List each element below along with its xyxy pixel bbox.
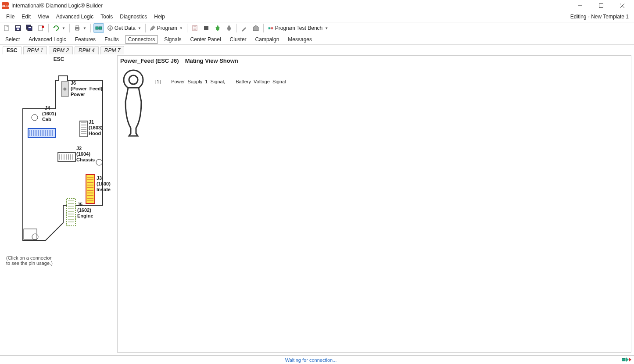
test-bench-label: Program Test Bench: [275, 25, 323, 31]
svg-text:Cab: Cab: [42, 117, 51, 122]
window-title: International® Diamond Logic® Builder: [11, 3, 103, 9]
bug-green-icon[interactable]: [213, 23, 222, 33]
close-button[interactable]: [612, 0, 632, 11]
esc-diagram: J6 (Power_Feed) Power J4 (1601) Cab J1: [6, 65, 111, 245]
tool-icon[interactable]: [240, 23, 249, 33]
save-all-icon[interactable]: [25, 23, 34, 33]
menu-edit[interactable]: Edit: [18, 13, 34, 21]
subtab-signals[interactable]: Signals: [161, 36, 184, 43]
connector-j2[interactable]: [58, 153, 75, 161]
svg-point-34: [228, 25, 230, 27]
statusbar: Waiting for connection...: [0, 355, 634, 364]
module-tab-esc[interactable]: ESC: [3, 46, 21, 54]
subtab-cluster[interactable]: Cluster: [227, 36, 249, 43]
svg-marker-23: [109, 29, 111, 30]
connector-j4[interactable]: [28, 128, 55, 137]
subtab-select[interactable]: Select: [3, 36, 22, 43]
refresh-icon[interactable]: ▼: [51, 23, 67, 33]
module-tab-rpm1[interactable]: RPM 1: [23, 46, 47, 54]
subtab-connectors[interactable]: Connectors: [125, 35, 158, 44]
svg-rect-6: [16, 26, 20, 28]
svg-rect-4: [4, 25, 8, 31]
test-bench-button[interactable]: Program Test Bench▼: [266, 23, 330, 33]
minimize-button[interactable]: [570, 0, 590, 11]
content-area: ESC J6 (Power_Feed) Power J4 (1601) Cab: [0, 54, 634, 355]
subtab-features[interactable]: Features: [72, 36, 98, 43]
module-tab-rpm7[interactable]: RPM 7: [100, 46, 125, 54]
connector-j5[interactable]: [67, 199, 75, 226]
svg-text:J2: J2: [76, 146, 82, 151]
maximize-button[interactable]: [591, 0, 611, 11]
status-text: Waiting for connection...: [3, 357, 619, 363]
bug-grey-icon[interactable]: [224, 23, 234, 33]
svg-point-116: [129, 75, 138, 84]
hint-text: (Click on a connector to see the pin usa…: [6, 255, 117, 266]
toolbar: ▼ ▼ Get Data▼ Program▼ Program Test Benc…: [0, 22, 634, 34]
connector-j3[interactable]: [86, 175, 95, 203]
svg-rect-37: [268, 27, 270, 29]
tag-icon[interactable]: [251, 23, 261, 33]
svg-text:J1: J1: [89, 119, 94, 125]
subtab-faults[interactable]: Faults: [102, 36, 122, 43]
svg-rect-113: [24, 229, 37, 239]
svg-rect-16: [76, 25, 79, 27]
svg-text:(1600): (1600): [97, 181, 111, 186]
svg-rect-10: [29, 27, 31, 28]
svg-rect-1: [599, 4, 603, 8]
module-tab-rpm2[interactable]: RPM 2: [49, 46, 73, 54]
connector-j1[interactable]: [80, 121, 88, 137]
pin-index: [1]: [155, 79, 161, 84]
svg-rect-7: [17, 29, 19, 30]
menu-file[interactable]: File: [3, 13, 18, 21]
menubar: File Edit View Advanced Logic Tools Diag…: [0, 11, 634, 22]
svg-rect-17: [76, 29, 79, 31]
connector-j6[interactable]: [61, 82, 68, 96]
menu-help[interactable]: Help: [150, 13, 168, 21]
stop-icon[interactable]: [201, 23, 211, 33]
connect-icon[interactable]: [93, 23, 104, 33]
svg-marker-118: [626, 357, 629, 362]
program-label: Program: [157, 25, 177, 31]
svg-text:J6: J6: [71, 80, 76, 86]
print-icon[interactable]: ▼: [72, 23, 88, 33]
module-tab-rpm4[interactable]: RPM 4: [75, 46, 99, 54]
connection-status-icon: [622, 357, 631, 364]
subtab-bar: Select Advanced Logic Features Faults Co…: [0, 34, 634, 45]
menu-tools[interactable]: Tools: [97, 13, 116, 21]
svg-text:Engine: Engine: [77, 213, 93, 218]
svg-text:Hood: Hood: [89, 131, 101, 136]
svg-rect-117: [622, 358, 625, 361]
subtab-messages[interactable]: Messages: [285, 36, 315, 43]
connector-detail-subtitle: Mating View Shown: [185, 57, 238, 64]
app-icon: DLB: [2, 2, 9, 9]
menu-diagnostics[interactable]: Diagnostics: [116, 13, 150, 21]
pin-row: [1] Power_Supply_1_Signal, Battery_Volta…: [155, 67, 286, 84]
svg-text:(Power_Feed): (Power_Feed): [71, 86, 102, 91]
menu-view[interactable]: View: [34, 13, 53, 21]
svg-point-45: [32, 114, 38, 121]
menu-advanced-logic[interactable]: Advanced Logic: [53, 13, 97, 21]
subtab-advanced-logic[interactable]: Advanced Logic: [26, 36, 68, 43]
svg-point-85: [96, 159, 102, 165]
program-button[interactable]: Program▼: [148, 23, 184, 33]
svg-point-30: [217, 25, 218, 27]
svg-text:(1603): (1603): [89, 125, 103, 130]
svg-text:(1601): (1601): [42, 111, 56, 116]
save-icon[interactable]: [13, 23, 23, 33]
terminal-icon: [120, 67, 147, 137]
svg-text:J3: J3: [97, 175, 102, 181]
svg-rect-19: [99, 27, 102, 29]
get-data-button[interactable]: Get Data▼: [106, 23, 143, 33]
svg-text:(1604): (1604): [76, 151, 90, 157]
svg-text:Chassis: Chassis: [76, 157, 95, 162]
window-titlebar: DLB International® Diamond Logic® Builde…: [0, 0, 634, 11]
svg-point-114: [32, 234, 38, 240]
report-icon[interactable]: [190, 23, 200, 33]
svg-text:J5: J5: [77, 202, 82, 207]
subtab-center-panel[interactable]: Center Panel: [188, 36, 224, 43]
delete-icon[interactable]: [36, 23, 46, 33]
subtab-campaign[interactable]: Campaign: [253, 36, 282, 43]
new-icon[interactable]: [2, 23, 11, 33]
pin-signal-1: Power_Supply_1_Signal,: [171, 79, 225, 84]
right-panel: Power_Feed (ESC J6) Mating View Shown [1…: [117, 55, 631, 353]
